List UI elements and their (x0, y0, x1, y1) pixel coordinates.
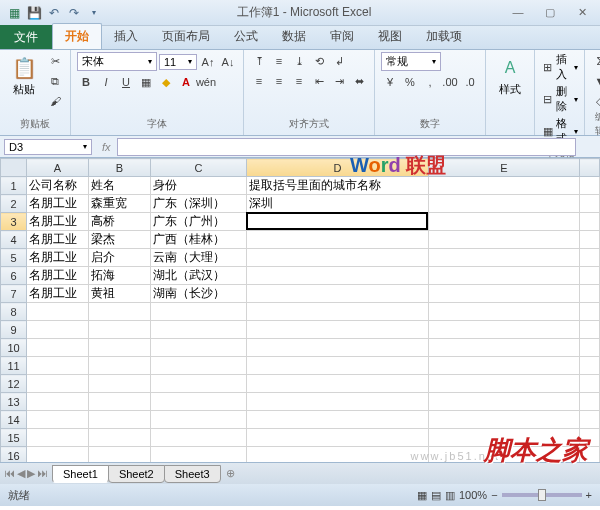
cell-C4[interactable]: 广西（桂林） (151, 231, 247, 249)
cell-A2[interactable]: 名朋工业 (27, 195, 89, 213)
cell-E2[interactable] (429, 195, 580, 213)
cell-C12[interactable] (151, 375, 247, 393)
tab-addins[interactable]: 加载项 (414, 24, 474, 49)
cell-C9[interactable] (151, 321, 247, 339)
col-header-E[interactable]: E (429, 159, 580, 177)
cell-A11[interactable] (27, 357, 89, 375)
qat-dropdown-icon[interactable]: ▾ (86, 5, 102, 21)
tab-file[interactable]: 文件 (0, 25, 52, 49)
cell-D5[interactable] (247, 249, 429, 267)
cell-C3[interactable]: 广东（广州） (151, 213, 247, 231)
dec-inc-icon[interactable]: .00 (441, 73, 459, 91)
cell-B7[interactable]: 黄祖 (89, 285, 151, 303)
wrap-text-icon[interactable]: ↲ (330, 52, 348, 70)
sheet-nav-last-icon[interactable]: ⏭ (37, 467, 48, 480)
cell-E13[interactable] (429, 393, 580, 411)
cell-B12[interactable] (89, 375, 151, 393)
sheet-tab-Sheet1[interactable]: Sheet1 (52, 465, 109, 483)
cell-E1[interactable] (429, 177, 580, 195)
row-header-6[interactable]: 6 (1, 267, 27, 285)
tab-view[interactable]: 视图 (366, 24, 414, 49)
copy-icon[interactable]: ⧉ (46, 72, 64, 90)
cell-A4[interactable]: 名朋工业 (27, 231, 89, 249)
cell-C5[interactable]: 云南（大理） (151, 249, 247, 267)
dec-dec-icon[interactable]: .0 (461, 73, 479, 91)
cell-A14[interactable] (27, 411, 89, 429)
sheet-nav-first-icon[interactable]: ⏮ (4, 467, 15, 480)
autosum-icon[interactable]: Σ (591, 52, 600, 70)
cell-A1[interactable]: 公司名称 (27, 177, 89, 195)
indent-dec-icon[interactable]: ⇤ (310, 72, 328, 90)
paste-button[interactable]: 📋 粘贴 (6, 52, 42, 99)
col-header-C[interactable]: C (151, 159, 247, 177)
row-header-10[interactable]: 10 (1, 339, 27, 357)
undo-icon[interactable]: ↶ (46, 5, 62, 21)
cell-E9[interactable] (429, 321, 580, 339)
cell-D15[interactable] (247, 429, 429, 447)
cell-C10[interactable] (151, 339, 247, 357)
underline-icon[interactable]: U (117, 73, 135, 91)
sheet-tab-Sheet3[interactable]: Sheet3 (164, 465, 221, 483)
row-header-2[interactable]: 2 (1, 195, 27, 213)
clear-icon[interactable]: ◇ (591, 92, 600, 110)
cell-A12[interactable] (27, 375, 89, 393)
formula-bar[interactable] (117, 138, 576, 156)
format-painter-icon[interactable]: 🖌 (46, 92, 64, 110)
cell-E4[interactable] (429, 231, 580, 249)
tab-formulas[interactable]: 公式 (222, 24, 270, 49)
maximize-button[interactable]: ▢ (538, 6, 562, 19)
cell-D3[interactable] (247, 213, 429, 231)
cell-D16[interactable] (247, 447, 429, 463)
name-box[interactable]: D3▾ (4, 139, 92, 155)
insert-cell-icon[interactable]: ⊞ (541, 58, 554, 76)
zoom-slider[interactable] (502, 493, 582, 497)
cell-A10[interactable] (27, 339, 89, 357)
cell-E11[interactable] (429, 357, 580, 375)
cell-B10[interactable] (89, 339, 151, 357)
increase-font-icon[interactable]: A↑ (199, 53, 217, 71)
align-bottom-icon[interactable]: ⤓ (290, 52, 308, 70)
cell-B14[interactable] (89, 411, 151, 429)
percent-icon[interactable]: % (401, 73, 419, 91)
cell-E15[interactable] (429, 429, 580, 447)
cell-A16[interactable] (27, 447, 89, 463)
minimize-button[interactable]: — (506, 6, 530, 19)
row-header-9[interactable]: 9 (1, 321, 27, 339)
spreadsheet-grid[interactable]: ABCDE1公司名称姓名身份提取括号里面的城市名称2名朋工业森重宽广东（深圳）深… (0, 158, 600, 462)
col-header-D[interactable]: D (247, 159, 429, 177)
cell-E5[interactable] (429, 249, 580, 267)
cell-D6[interactable] (247, 267, 429, 285)
cell-D11[interactable] (247, 357, 429, 375)
cell-B4[interactable]: 梁杰 (89, 231, 151, 249)
row-header-13[interactable]: 13 (1, 393, 27, 411)
indent-inc-icon[interactable]: ⇥ (330, 72, 348, 90)
cell-E6[interactable] (429, 267, 580, 285)
row-header-11[interactable]: 11 (1, 357, 27, 375)
font-color-icon[interactable]: A (177, 73, 195, 91)
decrease-font-icon[interactable]: A↓ (219, 53, 237, 71)
fx-icon[interactable]: fx (96, 141, 117, 153)
select-all-corner[interactable] (1, 159, 27, 177)
cell-C7[interactable]: 湖南（长沙） (151, 285, 247, 303)
cell-E10[interactable] (429, 339, 580, 357)
cell-D4[interactable] (247, 231, 429, 249)
cell-D1[interactable]: 提取括号里面的城市名称 (247, 177, 429, 195)
styles-button[interactable]: A 样式 (492, 52, 528, 99)
cell-A8[interactable] (27, 303, 89, 321)
cell-D9[interactable] (247, 321, 429, 339)
font-size-select[interactable]: 11▾ (159, 54, 197, 70)
view-layout-icon[interactable]: ▤ (431, 489, 441, 502)
col-header-A[interactable]: A (27, 159, 89, 177)
row-header-15[interactable]: 15 (1, 429, 27, 447)
cell-D10[interactable] (247, 339, 429, 357)
cell-D13[interactable] (247, 393, 429, 411)
cut-icon[interactable]: ✂ (46, 52, 64, 70)
align-left-icon[interactable]: ≡ (250, 72, 268, 90)
merge-icon[interactable]: ⬌ (350, 72, 368, 90)
align-top-icon[interactable]: ⤒ (250, 52, 268, 70)
tab-home[interactable]: 开始 (52, 23, 102, 49)
align-right-icon[interactable]: ≡ (290, 72, 308, 90)
redo-icon[interactable]: ↷ (66, 5, 82, 21)
cell-B15[interactable] (89, 429, 151, 447)
row-header-14[interactable]: 14 (1, 411, 27, 429)
